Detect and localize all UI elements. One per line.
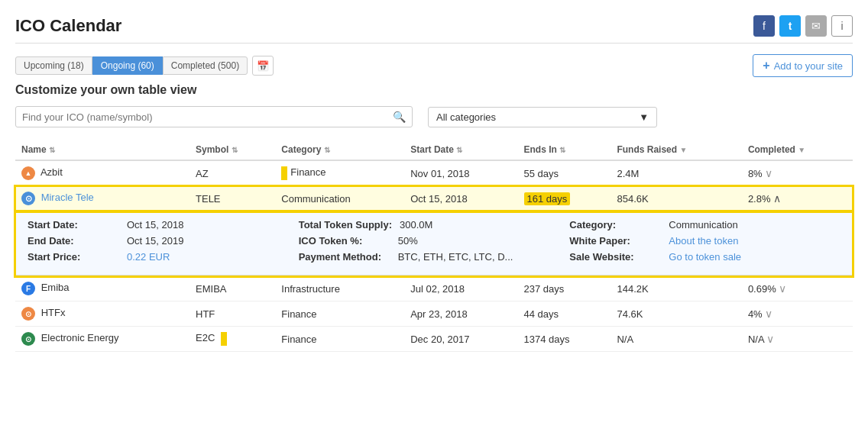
white-paper-link[interactable]: About the token: [669, 235, 738, 247]
col-start-date: Start Date ⇅: [404, 140, 517, 160]
dropdown-arrow-icon: ▼: [639, 111, 649, 123]
col-ends-in: Ends In ⇅: [518, 140, 611, 160]
sort-icon-symbol[interactable]: ⇅: [232, 146, 238, 154]
search-icon: 🔍: [393, 111, 406, 123]
search-box[interactable]: 🔍: [15, 106, 413, 127]
cell-ends-in: 1374 days: [518, 327, 611, 352]
row-name-emiba: Emiba: [41, 282, 70, 293]
detail-col-category: Category: Communication: [569, 219, 840, 231]
expanded-detail-content: Start Date: Oct 15, 2018 Total Token Sup…: [15, 211, 853, 276]
detail-col-start-price: Start Price: 0.22 EUR: [28, 251, 299, 263]
start-price-label: Start Price:: [28, 251, 119, 263]
sort-icon-category[interactable]: ⇅: [324, 146, 330, 154]
detail-col-end-date: End Date: Oct 15, 2019: [28, 235, 299, 247]
sale-website-link[interactable]: Go to token sale: [669, 251, 741, 263]
cell-symbol: AZ: [189, 160, 275, 186]
detail-col-ico-token: ICO Token %: 50%: [299, 235, 570, 247]
table-row: ▲ Azbit AZ Finance Nov 01, 2018 55 days …: [15, 160, 853, 186]
cell-symbol: EMIBA: [189, 276, 275, 301]
table-row-miracle-tele: ⊙ Miracle Tele TELE Communication Oct 15…: [15, 186, 853, 211]
expanded-detail-cell: Start Date: Oct 15, 2018 Total Token Sup…: [15, 211, 853, 276]
collapse-icon-miracle[interactable]: ∧: [773, 192, 781, 205]
col-name: Name ⇅: [15, 140, 189, 160]
facebook-icon[interactable]: f: [753, 15, 775, 37]
sort-icon-funds[interactable]: ▼: [679, 146, 687, 154]
expand-icon-ee[interactable]: ∨: [766, 333, 774, 345]
expanded-detail-row: Start Date: Oct 15, 2018 Total Token Sup…: [15, 211, 853, 276]
tabs-row: Upcoming (18) Ongoing (60) Completed (50…: [15, 54, 853, 77]
yellow-accent-e2c: [221, 332, 227, 346]
cell-name: ⊙ HTFx: [15, 301, 189, 327]
category-label: Category:: [569, 219, 661, 231]
cell-category: Infrastructure: [275, 276, 404, 301]
filter-row: 🔍 All categories ▼: [15, 105, 853, 129]
coin-icon-azbit: ▲: [21, 166, 35, 180]
category-dropdown[interactable]: All categories ▼: [428, 107, 657, 127]
tab-group: Upcoming (18) Ongoing (60) Completed (50…: [15, 56, 248, 75]
info-icon[interactable]: i: [831, 15, 853, 37]
cell-completed: 2.8% ∧: [742, 186, 853, 211]
cell-start-date: Nov 01, 2018: [404, 160, 517, 186]
end-date-label: End Date:: [28, 235, 119, 247]
white-paper-label: White Paper:: [569, 235, 661, 247]
payment-label: Payment Method:: [299, 251, 390, 263]
expand-icon-htfx[interactable]: ∨: [765, 308, 772, 320]
detail-row-2: End Date: Oct 15, 2019 ICO Token %: 50% …: [28, 235, 840, 247]
cell-start-date: Jul 02, 2018: [404, 276, 517, 301]
end-date-value: Oct 15, 2019: [127, 235, 183, 247]
detail-col-white-paper: White Paper: About the token: [569, 235, 840, 247]
detail-row-3: Start Price: 0.22 EUR Payment Method: BT…: [28, 251, 840, 263]
row-name-miracle-tele[interactable]: Miracle Tele: [41, 192, 94, 203]
cell-symbol: HTF: [189, 301, 275, 327]
coin-icon-electronic-energy: ⊙: [21, 332, 35, 346]
coin-icon-htfx: ⊙: [21, 307, 35, 321]
cell-ends-in: 161 days: [518, 186, 611, 211]
plus-icon: +: [763, 59, 769, 73]
cell-name: F Emiba: [15, 276, 189, 301]
cell-category: Finance: [275, 301, 404, 327]
payment-value: BTC, ETH, ETC, LTC, D...: [398, 251, 513, 263]
calendar-view-button[interactable]: 📅: [252, 56, 274, 76]
sort-icon-name[interactable]: ⇅: [49, 146, 55, 154]
sale-website-label: Sale Website:: [569, 251, 661, 263]
ico-token-value: 50%: [398, 235, 418, 247]
category-value-detail: Communication: [669, 219, 737, 231]
detail-col-sale-website: Sale Website: Go to token sale: [569, 251, 840, 263]
row-name-azbit: Azbit: [40, 166, 63, 178]
tab-upcoming[interactable]: Upcoming (18): [15, 56, 92, 75]
email-icon[interactable]: ✉: [805, 15, 827, 37]
social-icons: f t ✉ i: [753, 15, 853, 37]
sort-icon-ends[interactable]: ⇅: [559, 146, 565, 154]
tab-completed[interactable]: Completed (500): [163, 56, 248, 75]
coin-icon-emiba: F: [21, 282, 35, 295]
cell-funds-raised: 2.4M: [611, 160, 741, 186]
expand-icon-azbit[interactable]: ∨: [765, 167, 772, 179]
tab-ongoing[interactable]: Ongoing (60): [92, 56, 163, 75]
page-title: ICO Calendar: [15, 16, 121, 36]
sort-icon-completed[interactable]: ▼: [798, 146, 805, 154]
cell-start-date: Apr 23, 2018: [404, 301, 517, 327]
row-name-electronic-energy: Electronic Energy: [41, 332, 119, 343]
twitter-icon[interactable]: t: [779, 15, 801, 37]
cell-start-date: Dec 20, 2017: [404, 327, 517, 352]
table-row: ⊙ HTFx HTF Finance Apr 23, 2018 44 days …: [15, 301, 853, 327]
col-funds-raised: Funds Raised ▼: [611, 140, 741, 160]
cell-ends-in: 44 days: [518, 301, 611, 327]
cell-funds-raised: N/A: [611, 327, 741, 352]
row-name-htfx: HTFx: [41, 307, 66, 318]
sort-icon-start[interactable]: ⇅: [456, 146, 462, 154]
cell-funds-raised: 854.6K: [611, 186, 741, 211]
cell-start-date: Oct 15, 2018: [404, 186, 517, 211]
cell-funds-raised: 144.2K: [611, 276, 741, 301]
ends-in-highlight: 161 days: [524, 192, 571, 205]
customize-heading: Customize your own table view: [15, 83, 853, 97]
table-header-row: Name ⇅ Symbol ⇅ Category ⇅ Start Date ⇅ …: [15, 140, 853, 160]
search-input[interactable]: [22, 111, 393, 123]
cell-completed: 0.69% ∨: [742, 276, 853, 301]
expand-icon-emiba[interactable]: ∨: [779, 282, 786, 295]
add-to-site-button[interactable]: + Add to your site: [753, 54, 853, 77]
cell-category: Finance: [275, 160, 404, 186]
detail-col-payment: Payment Method: BTC, ETH, ETC, LTC, D...: [299, 251, 570, 263]
detail-row-1: Start Date: Oct 15, 2018 Total Token Sup…: [28, 219, 840, 231]
detail-col-total-supply: Total Token Supply: 300.0M: [299, 219, 570, 231]
